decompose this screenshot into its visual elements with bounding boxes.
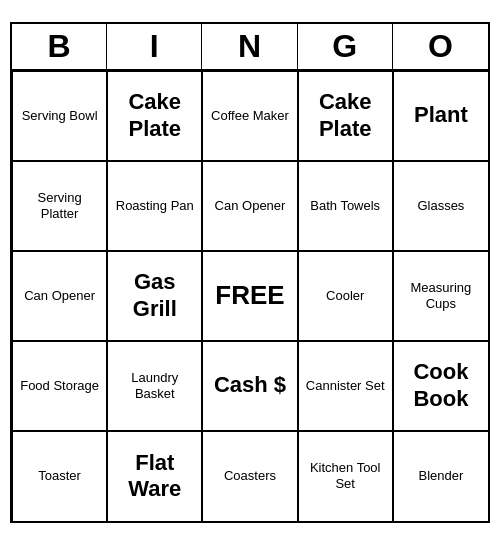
cell-4-0[interactable]: Toaster — [12, 431, 107, 521]
bingo-grid: Serving BowlCake PlateCoffee MakerCake P… — [12, 71, 488, 521]
bingo-header: BINGO — [12, 24, 488, 71]
cell-text-1-1: Roasting Pan — [116, 198, 194, 214]
cell-text-4-3: Kitchen Tool Set — [303, 460, 388, 491]
cell-text-0-4: Plant — [414, 102, 468, 128]
bingo-card: BINGO Serving BowlCake PlateCoffee Maker… — [10, 22, 490, 523]
cell-0-1[interactable]: Cake Plate — [107, 71, 202, 161]
cell-text-4-1: Flat Ware — [112, 450, 197, 503]
cell-4-2[interactable]: Coasters — [202, 431, 297, 521]
header-letter: G — [298, 24, 393, 69]
cell-3-3[interactable]: Cannister Set — [298, 341, 393, 431]
cell-2-3[interactable]: Cooler — [298, 251, 393, 341]
cell-3-0[interactable]: Food Storage — [12, 341, 107, 431]
cell-text-3-0: Food Storage — [20, 378, 99, 394]
cell-0-2[interactable]: Coffee Maker — [202, 71, 297, 161]
header-letter: B — [12, 24, 107, 69]
cell-2-0[interactable]: Can Opener — [12, 251, 107, 341]
cell-text-2-0: Can Opener — [24, 288, 95, 304]
cell-text-3-3: Cannister Set — [306, 378, 385, 394]
cell-1-2[interactable]: Can Opener — [202, 161, 297, 251]
header-letter: I — [107, 24, 202, 69]
cell-text-3-1: Laundry Basket — [112, 370, 197, 401]
cell-text-3-2: Cash $ — [214, 372, 286, 398]
cell-text-1-3: Bath Towels — [310, 198, 380, 214]
cell-3-2[interactable]: Cash $ — [202, 341, 297, 431]
cell-text-2-2: FREE — [215, 280, 284, 311]
cell-text-0-0: Serving Bowl — [22, 108, 98, 124]
cell-2-4[interactable]: Measuring Cups — [393, 251, 488, 341]
cell-0-3[interactable]: Cake Plate — [298, 71, 393, 161]
cell-text-4-4: Blender — [418, 468, 463, 484]
cell-text-2-1: Gas Grill — [112, 269, 197, 322]
cell-text-1-4: Glasses — [417, 198, 464, 214]
cell-text-2-3: Cooler — [326, 288, 364, 304]
cell-text-2-4: Measuring Cups — [398, 280, 484, 311]
cell-0-0[interactable]: Serving Bowl — [12, 71, 107, 161]
cell-4-4[interactable]: Blender — [393, 431, 488, 521]
cell-4-3[interactable]: Kitchen Tool Set — [298, 431, 393, 521]
header-letter: O — [393, 24, 488, 69]
cell-0-4[interactable]: Plant — [393, 71, 488, 161]
cell-text-3-4: Cook Book — [398, 359, 484, 412]
cell-4-1[interactable]: Flat Ware — [107, 431, 202, 521]
cell-text-0-3: Cake Plate — [303, 89, 388, 142]
cell-text-1-0: Serving Platter — [17, 190, 102, 221]
cell-text-1-2: Can Opener — [215, 198, 286, 214]
cell-text-0-2: Coffee Maker — [211, 108, 289, 124]
cell-1-4[interactable]: Glasses — [393, 161, 488, 251]
header-letter: N — [202, 24, 297, 69]
cell-text-0-1: Cake Plate — [112, 89, 197, 142]
cell-1-0[interactable]: Serving Platter — [12, 161, 107, 251]
cell-text-4-0: Toaster — [38, 468, 81, 484]
cell-1-3[interactable]: Bath Towels — [298, 161, 393, 251]
cell-3-1[interactable]: Laundry Basket — [107, 341, 202, 431]
cell-2-2[interactable]: FREE — [202, 251, 297, 341]
cell-1-1[interactable]: Roasting Pan — [107, 161, 202, 251]
cell-text-4-2: Coasters — [224, 468, 276, 484]
cell-2-1[interactable]: Gas Grill — [107, 251, 202, 341]
cell-3-4[interactable]: Cook Book — [393, 341, 488, 431]
